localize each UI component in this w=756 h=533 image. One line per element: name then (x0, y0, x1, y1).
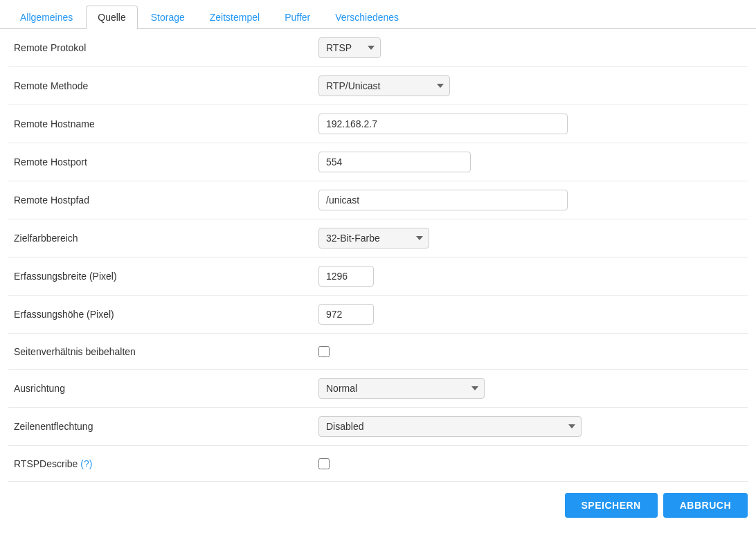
row-remote-hostpfad: Remote Hostpfad (8, 181, 748, 219)
control-zeilenentflechtung: Disabled Enabled (318, 416, 742, 437)
help-link-rtspdescribe[interactable]: (?) (80, 458, 92, 469)
tab-verschiedenes[interactable]: Verschiedenes (323, 6, 411, 28)
input-remote-hostname[interactable] (318, 114, 568, 134)
tab-puffer[interactable]: Puffer (273, 6, 322, 28)
control-erfassungshoehe (318, 304, 742, 325)
row-zeilenentflechtung: Zeilenentflechtung Disabled Enabled (8, 408, 748, 446)
control-remote-protokol: RTSP HTTP (318, 37, 742, 58)
control-remote-hostname (318, 114, 742, 134)
select-zeilenentflechtung[interactable]: Disabled Enabled (318, 416, 582, 437)
control-seitenverhaeltnis (318, 346, 742, 357)
row-erfassungshoehe: Erfassungshöhe (Pixel) (8, 296, 748, 334)
tab-bar: Allgemeines Quelle Storage Zeitstempel P… (0, 0, 756, 29)
control-zielfarbbereich: 32-Bit-Farbe 24-Bit-Farbe 16-Bit-Farbe (318, 228, 742, 249)
label-rtspdescribe-text: RTSPDescribe (14, 458, 80, 469)
tab-quelle[interactable]: Quelle (86, 6, 137, 29)
label-zielfarbbereich: Zielfarbbereich (14, 233, 318, 244)
control-remote-hostport (318, 152, 742, 172)
row-erfassungsbreite: Erfassungsbreite (Pixel) (8, 258, 748, 296)
checkbox-seitenverhaeltnis[interactable] (318, 346, 330, 357)
select-remote-methode[interactable]: RTP/Unicast RTP/Multicast TCP HTTP (318, 75, 450, 96)
row-remote-methode: Remote Methode RTP/Unicast RTP/Multicast… (8, 67, 748, 105)
label-remote-hostname: Remote Hostname (14, 118, 318, 129)
input-erfassungshoehe[interactable] (318, 304, 374, 325)
row-rtspdescribe: RTSPDescribe (?) (8, 446, 748, 482)
control-rtspdescribe (318, 458, 742, 469)
row-zielfarbbereich: Zielfarbbereich 32-Bit-Farbe 24-Bit-Farb… (8, 219, 748, 258)
row-ausrichtung: Ausrichtung Normal Horizontal spiegeln V… (8, 370, 748, 408)
control-remote-methode: RTP/Unicast RTP/Multicast TCP HTTP (318, 75, 742, 96)
footer: SPEICHERN ABBRUCH (0, 482, 756, 529)
form-content: Remote Protokol RTSP HTTP Remote Methode… (0, 29, 756, 482)
label-remote-methode: Remote Methode (14, 80, 318, 91)
select-remote-protokol[interactable]: RTSP HTTP (318, 37, 381, 58)
select-ausrichtung[interactable]: Normal Horizontal spiegeln Vertikal spie… (318, 378, 485, 399)
row-seitenverhaeltnis: Seitenverhältnis beibehalten (8, 334, 748, 370)
row-remote-hostport: Remote Hostport (8, 143, 748, 181)
control-ausrichtung: Normal Horizontal spiegeln Vertikal spie… (318, 378, 742, 399)
checkbox-rtspdescribe[interactable] (318, 458, 330, 469)
row-remote-protokol: Remote Protokol RTSP HTTP (8, 29, 748, 67)
input-remote-hostport[interactable] (318, 152, 471, 172)
label-zeilenentflechtung: Zeilenentflechtung (14, 421, 318, 432)
label-rtspdescribe: RTSPDescribe (?) (14, 458, 318, 469)
input-erfassungsbreite[interactable] (318, 266, 374, 287)
label-remote-hostpfad: Remote Hostpfad (14, 195, 318, 206)
label-remote-protokol: Remote Protokol (14, 42, 318, 53)
label-erfassungsbreite: Erfassungsbreite (Pixel) (14, 271, 318, 282)
control-remote-hostpfad (318, 190, 742, 210)
label-remote-hostport: Remote Hostport (14, 156, 318, 168)
label-seitenverhaeltnis: Seitenverhältnis beibehalten (14, 346, 318, 357)
tab-allgemeines[interactable]: Allgemeines (8, 6, 84, 28)
tab-zeitstempel[interactable]: Zeitstempel (198, 6, 271, 28)
label-ausrichtung: Ausrichtung (14, 383, 318, 394)
save-button[interactable]: SPEICHERN (565, 493, 658, 518)
input-remote-hostpfad[interactable] (318, 190, 568, 210)
tab-storage[interactable]: Storage (139, 6, 197, 28)
label-erfassungshoehe: Erfassungshöhe (Pixel) (14, 309, 318, 320)
select-zielfarbbereich[interactable]: 32-Bit-Farbe 24-Bit-Farbe 16-Bit-Farbe (318, 228, 429, 249)
main-container: Allgemeines Quelle Storage Zeitstempel P… (0, 0, 756, 529)
control-erfassungsbreite (318, 266, 742, 287)
cancel-button[interactable]: ABBRUCH (663, 493, 748, 518)
row-remote-hostname: Remote Hostname (8, 105, 748, 143)
